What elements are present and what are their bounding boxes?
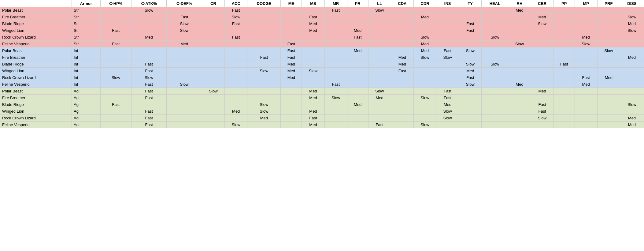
table-row: Rock Crown LizardStrMedFastFastSlowSlowM… — [0, 34, 644, 41]
cell-8-3: Fast — [131, 61, 167, 68]
cell-1-17 — [482, 14, 508, 21]
cell-3-19 — [531, 27, 553, 34]
cell-15-20 — [553, 108, 575, 115]
cell-8-2 — [100, 61, 131, 68]
cell-8-18 — [508, 61, 531, 68]
cell-16-0: Rock Crown Lizard — [0, 115, 72, 122]
cell-14-11: Med — [347, 101, 368, 108]
cell-14-22 — [597, 101, 620, 108]
cell-4-16 — [459, 34, 482, 41]
cell-11-7 — [247, 81, 281, 88]
cell-8-11 — [347, 61, 368, 68]
cell-8-14 — [413, 61, 436, 68]
cell-17-6: Slow — [225, 122, 247, 128]
cell-14-4 — [167, 101, 202, 108]
cell-13-19 — [531, 95, 553, 101]
cell-5-20 — [553, 41, 575, 47]
cell-17-15 — [436, 122, 459, 128]
column-header-17: HEAL — [482, 0, 508, 7]
cell-5-9 — [302, 41, 324, 47]
cell-11-20 — [553, 81, 575, 88]
cell-13-15: Fast — [436, 95, 459, 101]
cell-13-2 — [100, 95, 131, 101]
cell-0-18: Med — [508, 7, 531, 14]
cell-13-13 — [391, 95, 413, 101]
cell-3-1: Str — [72, 27, 101, 34]
cell-12-0: Polar Beast — [0, 88, 72, 95]
cell-12-20 — [553, 88, 575, 95]
cell-6-9 — [302, 47, 324, 54]
cell-8-13: Med — [391, 61, 413, 68]
cell-7-1: Int — [72, 54, 101, 61]
cell-3-5 — [202, 27, 225, 34]
table-row: Polar BeastStrSlowFastFastSlowMed — [0, 7, 644, 14]
column-header-4: C-DEF% — [167, 0, 202, 7]
cell-11-1: Int — [72, 81, 101, 88]
cell-13-20 — [553, 95, 575, 101]
cell-6-22: Slow — [597, 47, 620, 54]
cell-2-8 — [281, 21, 302, 27]
cell-0-21 — [575, 7, 597, 14]
cell-12-21 — [575, 88, 597, 95]
cell-2-19: Slow — [531, 21, 553, 27]
cell-10-22: Med — [597, 74, 620, 81]
cell-12-15: Fast — [436, 88, 459, 95]
cell-6-16: Slow — [459, 47, 482, 54]
cell-0-13 — [391, 7, 413, 14]
cell-16-22 — [597, 115, 620, 122]
cell-14-9 — [302, 101, 324, 108]
cell-10-2: Slow — [100, 74, 131, 81]
cell-8-20: Fast — [553, 61, 575, 68]
cell-12-4 — [167, 88, 202, 95]
cell-9-18 — [508, 68, 531, 74]
table-row: Rock Crown LizardAgiFastMedFastSlowSlowM… — [0, 115, 644, 122]
cell-1-11 — [347, 14, 368, 21]
cell-6-1: Int — [72, 47, 101, 54]
cell-15-7: Slow — [247, 108, 281, 115]
cell-15-22 — [597, 108, 620, 115]
table-row: Polar BeastIntFastMedMedFastSlowSlow — [0, 47, 644, 54]
cell-8-4 — [167, 61, 202, 68]
cell-7-8: Fast — [281, 54, 302, 61]
cell-17-18 — [508, 122, 531, 128]
cell-10-12 — [368, 74, 391, 81]
cell-3-18 — [508, 27, 531, 34]
cell-14-0: Blade Ridge — [0, 101, 72, 108]
cell-0-5 — [202, 7, 225, 14]
column-header-10: MR — [324, 0, 347, 7]
cell-16-4 — [167, 115, 202, 122]
cell-16-20 — [553, 115, 575, 122]
cell-16-9: Fast — [302, 115, 324, 122]
cell-12-6 — [225, 88, 247, 95]
cell-13-22 — [597, 95, 620, 101]
cell-11-6 — [225, 81, 247, 88]
cell-13-1: Agi — [72, 95, 101, 101]
cell-5-21: Slow — [575, 41, 597, 47]
cell-3-17 — [482, 27, 508, 34]
cell-11-18: Med — [508, 81, 531, 88]
cell-14-10 — [324, 101, 347, 108]
cell-5-5 — [202, 41, 225, 47]
cell-6-11: Med — [347, 47, 368, 54]
cell-0-22 — [597, 7, 620, 14]
cell-17-14: Slow — [413, 122, 436, 128]
cell-10-4 — [167, 74, 202, 81]
cell-8-1: Int — [72, 61, 101, 68]
table-row: Fire BreatherIntFastFastMedSlowSlowMed — [0, 54, 644, 61]
cell-4-8 — [281, 34, 302, 41]
cell-16-14 — [413, 115, 436, 122]
cell-6-20 — [553, 47, 575, 54]
cell-14-8 — [281, 101, 302, 108]
cell-9-4 — [167, 68, 202, 74]
column-header-9: MS — [302, 0, 324, 7]
column-header-11: PR — [347, 0, 368, 7]
cell-10-3: Slow — [131, 74, 167, 81]
cell-4-10 — [324, 34, 347, 41]
cell-7-13: Med — [391, 54, 413, 61]
cell-2-20 — [553, 21, 575, 27]
cell-11-4: Slow — [167, 81, 202, 88]
cell-4-19 — [531, 34, 553, 41]
cell-1-3 — [131, 14, 167, 21]
cell-10-16: Fast — [459, 74, 482, 81]
cell-16-7: Med — [247, 115, 281, 122]
